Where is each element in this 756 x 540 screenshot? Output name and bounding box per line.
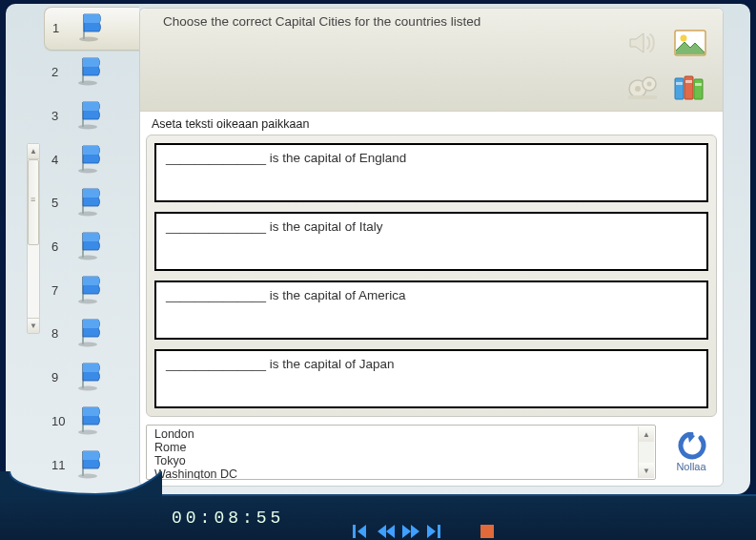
- fill-blank-row-1[interactable]: ______________ is the capital of England: [154, 143, 708, 202]
- question-title: Choose the correct Capital Cities for th…: [163, 14, 480, 29]
- flag-icon: [74, 360, 107, 395]
- svg-point-12: [78, 299, 97, 303]
- nav-item-number: 8: [51, 326, 69, 341]
- answer-option[interactable]: Washington DC: [154, 467, 636, 480]
- answer-options-list[interactable]: LondonRomeTokyoWashington DC ▲ ▼: [146, 425, 656, 480]
- nav-item-4[interactable]: 4: [44, 137, 139, 181]
- answer-option[interactable]: Tokyo: [154, 454, 636, 467]
- timer-display: 00:08:55: [172, 509, 284, 528]
- svg-rect-33: [685, 80, 692, 83]
- svg-point-27: [647, 82, 652, 87]
- svg-point-8: [78, 212, 97, 217]
- svg-point-26: [635, 86, 641, 92]
- nav-item-5[interactable]: 5: [44, 181, 139, 225]
- nav-scroll-thumb[interactable]: [28, 159, 39, 245]
- nav-item-number: 6: [51, 239, 69, 254]
- options-scroll-track[interactable]: [639, 442, 654, 463]
- nav-item-number: 10: [51, 414, 69, 428]
- nav-item-2[interactable]: 2: [44, 51, 139, 94]
- svg-rect-28: [628, 95, 657, 99]
- flag-icon: [74, 273, 107, 308]
- answer-option[interactable]: Rome: [154, 441, 636, 454]
- flag-icon: [74, 229, 107, 264]
- nav-item-number: 4: [51, 153, 69, 167]
- nav-scroll-track[interactable]: [28, 159, 39, 318]
- svg-rect-30: [684, 76, 693, 99]
- rewind-button[interactable]: [378, 525, 395, 538]
- question-nav: 1234567891011: [44, 7, 139, 487]
- options-scrollbar[interactable]: ▲ ▼: [638, 426, 654, 478]
- nav-item-8[interactable]: 8: [44, 312, 139, 356]
- svg-point-0: [79, 37, 98, 42]
- bottom-bar-curve: [0, 471, 162, 496]
- nav-item-6[interactable]: 6: [44, 225, 139, 269]
- flag-icon: [74, 185, 107, 220]
- svg-point-16: [78, 386, 97, 391]
- nav-scroll-down[interactable]: ▼: [28, 318, 39, 333]
- bottom-bar: 00:08:55: [0, 494, 756, 540]
- svg-point-14: [78, 343, 97, 347]
- main-panel: Choose the correct Capital Cities for th…: [139, 8, 724, 487]
- options-row: LondonRomeTokyoWashington DC ▲ ▼ Nollaa: [140, 421, 723, 486]
- fill-blank-row-4[interactable]: ______________ is the capital of Japan: [154, 349, 708, 408]
- nav-item-number: 1: [52, 21, 70, 35]
- nav-item-1[interactable]: 1: [44, 7, 139, 51]
- nav-item-number: 9: [51, 370, 69, 384]
- nav-item-number: 11: [51, 458, 69, 472]
- flag-icon: [75, 10, 108, 46]
- nav-scroll-up[interactable]: ▲: [28, 144, 39, 159]
- svg-point-4: [78, 124, 97, 129]
- svg-rect-36: [438, 525, 440, 538]
- skip-back-button[interactable]: [353, 525, 370, 538]
- svg-point-23: [681, 35, 687, 42]
- answer-option[interactable]: London: [154, 427, 636, 441]
- image-icon[interactable]: [669, 24, 711, 62]
- work-area: ▲ ▼ 1234567891011 Choose the correct Cap…: [6, 4, 750, 494]
- options-scroll-up[interactable]: ▲: [639, 426, 654, 442]
- flag-icon: [74, 98, 107, 134]
- files-icon[interactable]: [669, 68, 711, 106]
- fast-forward-button[interactable]: [402, 525, 419, 538]
- svg-rect-29: [675, 78, 684, 99]
- undo-icon: [674, 432, 708, 461]
- audio-icon[interactable]: [622, 24, 664, 62]
- nav-item-3[interactable]: 3: [44, 94, 139, 138]
- reset-label: Nollaa: [676, 461, 705, 472]
- question-header: Choose the correct Capital Cities for th…: [140, 9, 723, 112]
- video-icon[interactable]: [622, 68, 664, 106]
- playback-controls: [353, 525, 494, 538]
- question-body: ______________ is the capital of England…: [146, 135, 717, 417]
- nav-item-9[interactable]: 9: [44, 356, 139, 400]
- svg-point-18: [78, 430, 97, 435]
- nav-item-number: 7: [51, 283, 69, 298]
- svg-rect-35: [353, 525, 356, 538]
- fill-blank-row-2[interactable]: ______________ is the capital of Italy: [154, 212, 708, 271]
- svg-rect-34: [695, 83, 702, 86]
- nav-scrollbar[interactable]: ▲ ▼: [27, 143, 40, 334]
- nav-item-7[interactable]: 7: [44, 268, 139, 312]
- stop-button[interactable]: [480, 525, 494, 538]
- nav-item-number: 2: [51, 65, 69, 79]
- skip-forward-button[interactable]: [427, 525, 444, 538]
- nav-item-10[interactable]: 10: [44, 400, 139, 444]
- media-icons: [622, 24, 711, 106]
- svg-rect-37: [480, 525, 494, 538]
- flag-icon: [74, 54, 107, 90]
- reset-button[interactable]: Nollaa: [665, 425, 717, 480]
- nav-item-number: 5: [51, 196, 69, 210]
- svg-rect-32: [676, 82, 683, 85]
- instruction-text: Aseta teksti oikeaan paikkaan: [140, 112, 723, 133]
- flag-icon: [74, 404, 107, 439]
- flag-icon: [74, 316, 107, 351]
- svg-point-6: [78, 168, 97, 173]
- svg-rect-31: [694, 79, 703, 99]
- flag-icon: [74, 142, 107, 177]
- svg-point-10: [78, 256, 97, 260]
- svg-point-2: [78, 81, 97, 86]
- fill-blank-row-3[interactable]: ______________ is the capital of America: [154, 280, 708, 340]
- nav-item-number: 3: [51, 109, 69, 123]
- options-scroll-down[interactable]: ▼: [639, 463, 654, 478]
